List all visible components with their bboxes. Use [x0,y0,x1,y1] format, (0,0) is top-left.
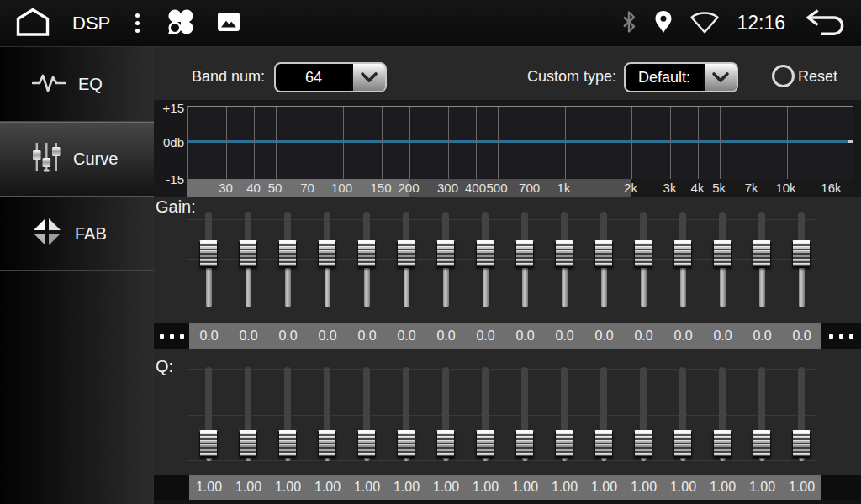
slider-knob[interactable] [278,240,297,268]
q-slider[interactable] [199,367,218,461]
slider-knob[interactable] [792,430,811,458]
gain-slider[interactable] [753,212,771,307]
slider-knob[interactable] [792,240,811,268]
clock: 12:16 [737,12,785,34]
q-slider[interactable] [713,367,732,461]
page-title: DSP [72,13,110,34]
q-value: 1.00 [189,475,229,500]
slider-knob[interactable] [713,240,732,268]
gain-slider[interactable] [318,212,336,307]
q-slider[interactable] [476,367,494,461]
back-arrow-icon[interactable] [802,7,848,40]
q-slider[interactable] [515,367,534,461]
slider-knob[interactable] [555,430,573,458]
gridline [698,107,699,180]
dsp-screen: DSP [0,0,861,504]
gridline [409,107,410,180]
sidebar-item-fab[interactable]: FAB [0,197,154,271]
bluetooth-icon [621,10,637,37]
slider-knob[interactable] [673,430,692,458]
q-slider[interactable] [436,367,455,461]
slider-knob[interactable] [594,240,613,268]
sidebar-item-curve[interactable]: Curve [0,122,154,197]
gridline [254,107,255,180]
eq-plot [187,106,853,179]
gain-value: 0.0 [189,323,229,349]
status-bar: DSP [0,0,861,47]
q-slider[interactable] [318,367,336,461]
slider-knob[interactable] [239,430,257,458]
slider-knob[interactable] [436,240,455,268]
sidebar-item-eq[interactable]: EQ [0,47,154,122]
gain-slider[interactable] [634,212,652,307]
home-icon[interactable] [13,7,52,40]
apps-clover-icon[interactable] [165,6,197,41]
gridline [832,107,832,180]
slider-knob[interactable] [436,430,455,458]
slider-knob[interactable] [397,430,415,458]
gain-slider[interactable] [515,212,534,307]
slider-knob[interactable] [634,430,652,458]
chevron-down-icon[interactable] [703,64,737,91]
gain-slider[interactable] [239,212,257,307]
band-num-select[interactable]: 64 [274,62,387,92]
gain-slider[interactable] [555,212,573,307]
gain-slider[interactable] [476,212,494,307]
q-slider[interactable] [792,367,811,461]
slider-knob[interactable] [515,430,534,458]
slider-knob[interactable] [594,430,613,458]
gain-slider[interactable] [397,212,415,307]
gridline [720,107,721,180]
slider-knob[interactable] [753,430,771,458]
gain-more-right-button[interactable] [821,323,861,349]
q-slider[interactable] [278,367,297,461]
reset-radio[interactable] [772,65,795,87]
gain-value: 0.0 [782,323,821,349]
slider-knob[interactable] [515,240,534,268]
q-more-right-button[interactable] [821,475,861,500]
slider-knob[interactable] [476,240,494,268]
slider-knob[interactable] [673,240,692,268]
gain-slider[interactable] [436,212,455,307]
frequency-tick: 1k [557,179,571,197]
gain-slider[interactable] [357,212,376,307]
q-slider[interactable] [357,367,376,461]
slider-knob[interactable] [753,240,771,268]
q-slider[interactable] [634,367,652,461]
gallery-icon[interactable] [217,12,240,35]
slider-knob[interactable] [239,240,257,268]
gain-slider[interactable] [713,212,732,307]
gain-slider[interactable] [673,212,692,307]
overflow-menu-icon[interactable] [130,12,145,34]
gain-more-left-button[interactable] [154,323,189,349]
slider-knob[interactable] [357,430,376,458]
slider-knob[interactable] [476,430,494,458]
slider-knob[interactable] [278,430,297,458]
slider-knob[interactable] [713,430,732,458]
q-slider[interactable] [555,367,573,461]
q-slider[interactable] [673,367,692,461]
frequency-axis[interactable]: 304050701001502003004005007001k2k3k4k5k7… [187,179,853,197]
q-more-left-button[interactable] [154,475,189,500]
q-slider[interactable] [397,367,415,461]
custom-type-select[interactable]: Default: [624,62,738,92]
q-slider[interactable] [239,367,257,461]
gain-slider[interactable] [278,212,297,307]
gain-slider[interactable] [792,212,811,307]
slider-knob[interactable] [199,430,218,458]
chevron-down-icon[interactable] [351,64,385,91]
slider-knob[interactable] [634,240,652,268]
gain-slider[interactable] [594,212,613,307]
slider-knob[interactable] [555,240,573,268]
gain-slider[interactable] [199,212,218,307]
slider-knob[interactable] [357,240,376,268]
slider-knob[interactable] [397,240,415,268]
slider-knob[interactable] [318,240,336,268]
gain-value: 0.0 [466,323,505,349]
ellipsis-icon [821,323,861,349]
q-slider[interactable] [753,367,771,461]
sidebar: EQ Curve [0,47,154,504]
slider-knob[interactable] [318,430,336,458]
q-slider[interactable] [594,367,613,461]
slider-knob[interactable] [199,240,218,268]
